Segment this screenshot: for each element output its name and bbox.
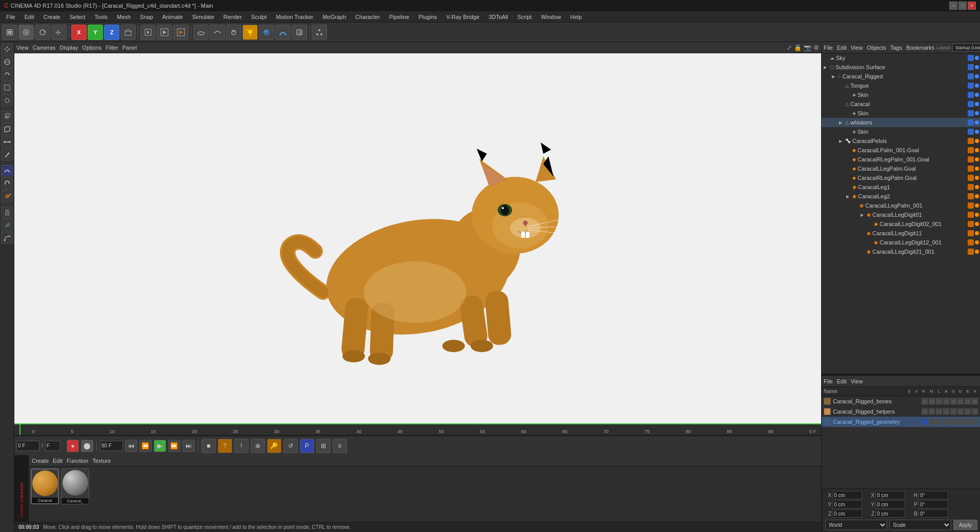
obj-item-skin-whiskers[interactable]: ◈ Skin [822, 127, 980, 136]
sidebar-paint[interactable] [1, 190, 13, 202]
coord-p-rot[interactable] [918, 500, 948, 508]
toolbar-light[interactable] [242, 25, 258, 40]
toolbar-camera[interactable] [226, 25, 241, 40]
keyframe-record-btn[interactable]: ● [67, 440, 79, 452]
transport-stop-btn[interactable]: ■ [201, 439, 216, 453]
toolbar-render-region[interactable] [140, 25, 156, 40]
menu-item-3dtoall[interactable]: 3DToAll [484, 13, 512, 21]
goto-end-btn[interactable]: ⏭ [182, 440, 195, 452]
menu-item-select[interactable]: Select [66, 13, 90, 21]
obj-item-subdiv[interactable]: ▶ ⬡ Subdivision Surface [822, 63, 980, 72]
mat-icon-helpers-5[interactable]: □ [950, 408, 956, 415]
sidebar-scale-tool[interactable] [1, 56, 13, 68]
sidebar-live-select[interactable] [1, 94, 13, 107]
obj-menu-view[interactable]: View [851, 45, 863, 51]
menu-item-mesh[interactable]: Mesh [113, 13, 135, 21]
obj-item-digit11[interactable]: ◉ CaracalLLegDigit11 [822, 229, 980, 238]
toolbar-move-btn[interactable]: ✛ [51, 25, 67, 40]
obj-item-caracal-rigged[interactable]: ▶ ○ Caracal_Rigged [822, 72, 980, 81]
mat-icon-helpers-6[interactable]: □ [957, 408, 964, 415]
mat-icon-geometry-3[interactable]: □ [936, 419, 942, 425]
viewport-menu-panel[interactable]: Panel [122, 45, 137, 51]
obj-menu-objects[interactable]: Objects [867, 45, 886, 51]
menu-item-motion-tracker[interactable]: Motion Tracker [272, 13, 317, 21]
sidebar-bevel[interactable] [1, 123, 13, 135]
obj-item-rpalm-goal[interactable]: ◆ CaracalRLegPalm_001.Goal [822, 155, 980, 164]
mat-icon-helpers-4[interactable]: □ [943, 408, 949, 415]
toolbar-material[interactable] [259, 25, 274, 40]
close-button[interactable]: ✕ [968, 2, 976, 10]
viewport-menu-options[interactable]: Options [82, 45, 101, 51]
mat-icon-bones-6[interactable]: □ [957, 398, 964, 404]
viewport-menu-view[interactable]: View [16, 45, 29, 51]
apply-button[interactable]: Apply [953, 520, 977, 530]
menu-item-edit[interactable]: Edit [21, 13, 38, 21]
toolbar-select-btn[interactable] [18, 25, 34, 40]
mat-icon-bones-2[interactable]: □ [929, 398, 935, 404]
mat-menu-edit2[interactable]: Edit [837, 378, 847, 384]
mat-icon-helpers-8[interactable]: □ [972, 408, 978, 415]
prev-frame-btn[interactable]: ⏪ [139, 440, 152, 452]
transport-list-btn[interactable]: ≡ [333, 439, 347, 453]
maximize-button[interactable]: □ [958, 2, 967, 10]
sidebar-hair-tool[interactable] [1, 206, 13, 218]
viewport-menu-display[interactable]: Display [59, 45, 78, 51]
sidebar-magnet[interactable] [1, 177, 13, 190]
mat-icon-helpers-1[interactable]: □ [922, 408, 928, 415]
obj-item-whiskers[interactable]: ▶ △ whiskers [822, 118, 980, 127]
timeline-ruler[interactable]: 0 5 10 15 20 25 30 35 40 45 50 55 60 65 … [14, 423, 821, 436]
menu-item-file[interactable]: File [2, 13, 19, 21]
toolbar-rotate-btn[interactable] [35, 25, 50, 40]
toolbar-point-mode[interactable] [312, 25, 327, 40]
mat-icon-helpers-7[interactable]: □ [965, 408, 971, 415]
coord-h-rot[interactable] [918, 491, 948, 499]
transport-add-key-btn[interactable]: ⊕ [251, 439, 265, 453]
mat-icon-bones-7[interactable]: □ [965, 398, 971, 404]
obj-item-llpalm001[interactable]: ◉ CaracalLLegPalm_001 [822, 201, 980, 210]
viewport-menu-cameras[interactable]: Cameras [33, 45, 56, 51]
obj-item-lpalm-goal[interactable]: ◆ CaracalLPalm_001.Goal [822, 146, 980, 155]
mat-icon-geometry-2[interactable]: □ [929, 419, 935, 425]
mat-icon-geometry-1[interactable]: □ [922, 419, 928, 425]
layout-select[interactable]: Startup (User) [952, 44, 980, 52]
transport-loop-btn[interactable]: ↺ [283, 439, 298, 453]
menu-item-snap[interactable]: Snap [136, 13, 157, 21]
sidebar-spline[interactable] [1, 232, 13, 244]
obj-menu-bookmarks[interactable]: Bookmarks [906, 45, 934, 51]
mat-menu-file2[interactable]: File [824, 378, 833, 384]
material-thumb-caracal[interactable]: Caracal [31, 468, 59, 504]
world-select[interactable]: World [825, 520, 887, 530]
toolbar-x-axis[interactable]: X [71, 25, 87, 40]
frame-sub-input[interactable] [45, 441, 60, 451]
menu-item-create[interactable]: Create [39, 13, 65, 21]
sidebar-extrude[interactable] [1, 110, 13, 122]
obj-menu-tags[interactable]: Tags [890, 45, 902, 51]
mat-icon-bones-5[interactable]: □ [950, 398, 956, 404]
menu-item-pipeline[interactable]: Pipeline [385, 13, 413, 21]
sidebar-bridge[interactable] [1, 136, 13, 148]
goto-start-btn[interactable]: ⏮ [125, 440, 137, 452]
transport-key-btn[interactable]: 🔑 [267, 439, 281, 453]
viewport-canvas[interactable] [14, 53, 821, 423]
mat-menu-texture[interactable]: Texture [92, 458, 111, 464]
obj-item-leg1[interactable]: ◉ CaracalLeg1 [822, 182, 980, 192]
mat-menu-edit[interactable]: Edit [53, 458, 63, 464]
coord-b-rot[interactable] [918, 509, 948, 518]
transport-excl-btn[interactable]: ! [234, 439, 249, 453]
keyframe-record-pos-btn[interactable]: ⬤ [81, 440, 93, 452]
frame-end-input[interactable] [100, 441, 123, 451]
obj-item-sky[interactable]: ☁ Sky [822, 53, 980, 63]
toolbar-generator[interactable]: ⚙ [292, 25, 307, 40]
frame-current-input[interactable] [16, 441, 39, 451]
obj-item-llpalm-goal[interactable]: ◆ CaracalLLegPalm.Goal [822, 164, 980, 173]
coord-z-size[interactable] [875, 509, 905, 518]
mat-menu-function[interactable]: Function [67, 458, 88, 464]
obj-item-skin-caracal[interactable]: ◈ Skin [822, 109, 980, 118]
minimize-button[interactable]: ─ [949, 2, 957, 10]
toolbar-world-axis[interactable] [120, 25, 136, 40]
mat-item-helpers[interactable]: Caracal_Rigged_helpers □ □ □ □ □ □ □ □ [822, 406, 980, 417]
coord-y-size[interactable] [875, 500, 905, 508]
viewport-settings-icon[interactable]: ⚙ [813, 44, 819, 51]
menu-item-render[interactable]: Render [219, 13, 246, 21]
transport-grid-btn[interactable]: ⊞ [316, 439, 331, 453]
